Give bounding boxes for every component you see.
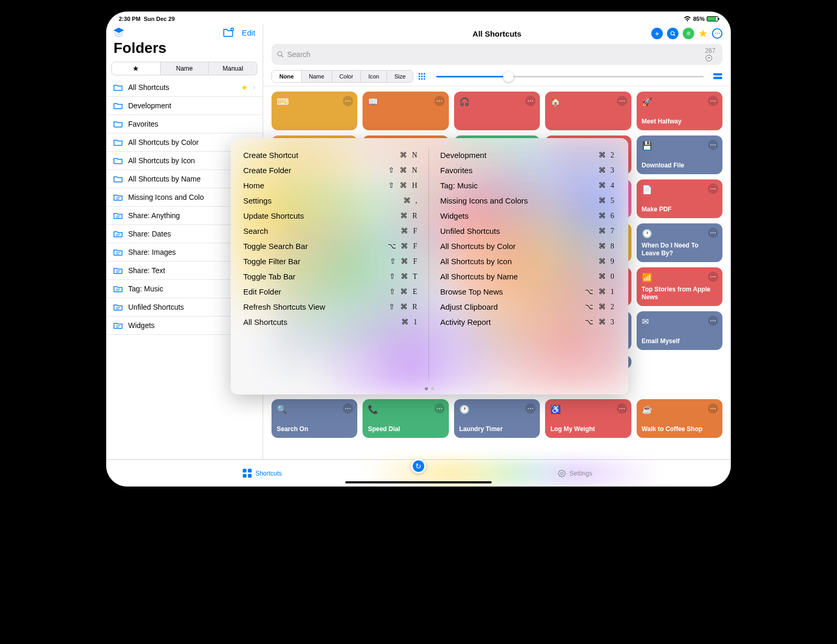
- shortcut-key-row[interactable]: All Shortcuts⌘ 1: [243, 314, 419, 330]
- card-more-icon[interactable]: ⋯: [708, 184, 718, 194]
- new-folder-icon[interactable]: [223, 27, 234, 38]
- shortcut-key-row[interactable]: Development⌘ 2: [440, 148, 616, 163]
- svg-point-8: [421, 75, 423, 77]
- seg-name[interactable]: Name: [161, 62, 209, 75]
- folder-row[interactable]: Development: [106, 97, 263, 115]
- shortcut-card[interactable]: 🕐⋯When Do I Need To Leave By?: [637, 223, 722, 262]
- shortcut-key-row[interactable]: Update Shortcuts⌘ R: [243, 208, 419, 223]
- favorite-star-icon[interactable]: ★: [698, 27, 708, 40]
- shortcut-key-row[interactable]: Favorites⌘ 3: [440, 163, 616, 178]
- shortcut-card[interactable]: ☕⋯Walk to Coffee Shop: [637, 399, 722, 438]
- home-indicator[interactable]: [345, 481, 492, 483]
- folder-label: All Shortcuts by Name: [128, 175, 201, 183]
- seg-manual[interactable]: Manual: [209, 62, 257, 75]
- shortcut-command: Activity Report: [440, 318, 491, 326]
- shortcut-key-row[interactable]: Missing Icons and Colors⌘ 5: [440, 193, 616, 208]
- shortcut-card[interactable]: 📖⋯: [363, 92, 448, 130]
- sort-none[interactable]: None: [272, 71, 302, 82]
- card-more-icon[interactable]: ⋯: [434, 96, 445, 106]
- folder-icon: [114, 175, 123, 183]
- shortcut-card[interactable]: 📶⋯Top Stories from Apple News: [637, 267, 722, 306]
- shortcut-card[interactable]: 💾⋯Download File: [637, 135, 722, 174]
- card-icon: 🚀: [642, 97, 717, 107]
- shortcut-card[interactable]: ♿⋯Log My Weight: [545, 399, 631, 438]
- shortcut-keys: ⇧ ⌘ R: [389, 302, 418, 311]
- shortcut-key-row[interactable]: Create Folder⇧ ⌘ N: [243, 163, 419, 178]
- card-more-icon[interactable]: ⋯: [708, 315, 718, 326]
- shortcut-card[interactable]: 🕐⋯Laundry Timer: [454, 399, 540, 438]
- card-view-icon[interactable]: [713, 73, 722, 80]
- shortcut-key-row[interactable]: Create Shortcut⌘ N: [243, 148, 419, 163]
- sort-name[interactable]: Name: [302, 71, 332, 82]
- card-title: Email Myself: [642, 337, 717, 345]
- card-more-icon[interactable]: ⋯: [617, 403, 627, 414]
- layers-icon[interactable]: [114, 27, 124, 38]
- folder-row[interactable]: All Shortcuts★›: [106, 78, 263, 97]
- svg-point-4: [418, 73, 420, 75]
- shortcut-key-row[interactable]: Settings⌘ ,: [243, 193, 419, 208]
- shortcut-key-row[interactable]: Browse Top News⌥ ⌘ 1: [440, 284, 616, 299]
- svg-rect-15: [243, 469, 246, 472]
- shortcut-key-row[interactable]: All Shortcuts by Name⌘ 0: [440, 269, 616, 284]
- shortcut-key-row[interactable]: All Shortcuts by Color⌘ 8: [440, 239, 616, 254]
- card-more-icon[interactable]: ⋯: [617, 96, 627, 106]
- smart-folder-icon: [114, 322, 123, 329]
- tab-settings[interactable]: Settings: [418, 469, 731, 478]
- card-icon: 📞: [368, 404, 443, 414]
- shortcut-command: Tag: Music: [440, 181, 478, 190]
- shortcut-card[interactable]: 🔍⋯Search On: [272, 399, 357, 438]
- sort-color[interactable]: Color: [332, 71, 361, 82]
- page-dots[interactable]: [425, 387, 434, 390]
- edit-button[interactable]: Edit: [242, 28, 255, 37]
- shortcut-card[interactable]: 📄⋯Make PDF: [637, 179, 722, 218]
- shortcut-key-row[interactable]: Home⇧ ⌘ H: [243, 178, 419, 193]
- card-icon: 📄: [642, 185, 717, 195]
- shortcut-command: Widgets: [440, 211, 469, 220]
- shortcut-key-row[interactable]: Toggle Search Bar⌥ ⌘ F: [243, 239, 419, 254]
- card-more-icon[interactable]: ⋯: [708, 272, 718, 282]
- share-button[interactable]: ≡: [683, 28, 694, 39]
- seg-star[interactable]: ★: [112, 62, 161, 75]
- sidebar-sort-segment[interactable]: ★ Name Manual: [111, 62, 257, 75]
- folder-row[interactable]: Favorites: [106, 115, 263, 133]
- search-bar[interactable]: Search 267: [272, 44, 722, 65]
- card-more-icon[interactable]: ⋯: [434, 403, 445, 414]
- add-button[interactable]: ＋: [651, 28, 663, 39]
- shortcut-key-row[interactable]: Edit Folder⇧ ⌘ E: [243, 284, 419, 299]
- card-more-icon[interactable]: ⋯: [708, 96, 718, 106]
- shortcut-command: Refresh Shortcuts View: [243, 302, 325, 311]
- sort-icon[interactable]: Icon: [361, 71, 387, 82]
- search-button[interactable]: [667, 28, 678, 39]
- shortcut-key-row[interactable]: Search⌘ F: [243, 223, 419, 239]
- shortcut-card[interactable]: 🚀⋯Meet Halfway: [637, 92, 722, 130]
- shortcut-card[interactable]: 📞⋯Speed Dial: [363, 399, 448, 438]
- shortcut-card[interactable]: ⌨⋯: [272, 92, 357, 130]
- shortcut-key-row[interactable]: Adjust Clipboard⌥ ⌘ 2: [440, 299, 616, 314]
- sort-size[interactable]: Size: [387, 71, 413, 82]
- sort-segment[interactable]: None Name Color Icon Size: [272, 70, 413, 83]
- shortcut-key-row[interactable]: Toggle Tab Bar⇧ ⌘ T: [243, 269, 419, 284]
- shortcut-card[interactable]: 🏠⋯: [545, 92, 631, 130]
- grid-icon[interactable]: [418, 73, 427, 80]
- shortcut-key-row[interactable]: Widgets⌘ 6: [440, 208, 616, 223]
- shortcut-card[interactable]: 🎧⋯: [454, 92, 540, 130]
- card-icon: 📶: [642, 273, 717, 283]
- shortcut-key-row[interactable]: Unfiled Shortcuts⌘ 7: [440, 223, 616, 239]
- tab-shortcuts[interactable]: Shortcuts: [106, 469, 418, 478]
- shortcut-key-row[interactable]: Refresh Shortcuts View⇧ ⌘ R: [243, 299, 419, 314]
- card-more-icon[interactable]: ⋯: [708, 228, 718, 238]
- card-more-icon[interactable]: ⋯: [708, 140, 718, 150]
- more-button[interactable]: ⋯: [712, 28, 722, 39]
- folder-label: All Shortcuts by Icon: [128, 156, 195, 165]
- shortcut-key-row[interactable]: All Shortcuts by Icon⌘ 9: [440, 254, 616, 269]
- svg-point-9: [424, 75, 425, 77]
- shortcut-card[interactable]: ✉⋯Email Myself: [637, 311, 722, 350]
- size-slider[interactable]: [436, 76, 704, 77]
- card-more-icon[interactable]: ⋯: [708, 403, 718, 414]
- shortcut-key-row[interactable]: Activity Report⌥ ⌘ 3: [440, 314, 616, 330]
- card-icon: 🎧: [459, 97, 535, 107]
- scroll-top-icon[interactable]: [705, 54, 712, 62]
- battery-pct: 85%: [693, 16, 705, 22]
- shortcut-key-row[interactable]: Toggle Filter Bar⇧ ⌘ F: [243, 254, 419, 269]
- shortcut-key-row[interactable]: Tag: Music⌘ 4: [440, 178, 616, 193]
